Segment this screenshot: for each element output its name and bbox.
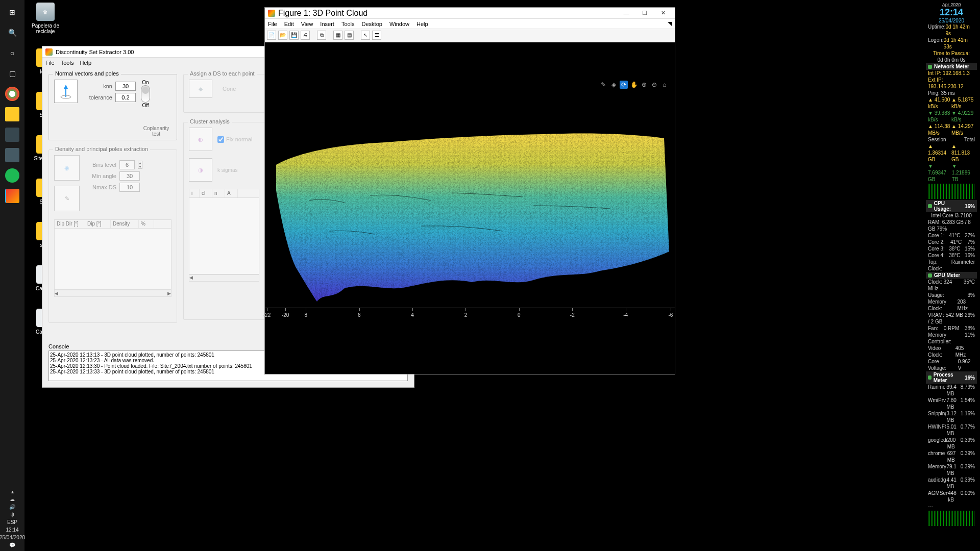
datatip-icon[interactable]: ◈ bbox=[609, 81, 618, 89]
x-axis: -22-2086420-2-4-6 bbox=[265, 308, 675, 323]
grid-icon[interactable]: ▤ bbox=[345, 31, 354, 40]
process-row: googledrivesy200 MB0.39% bbox=[926, 437, 977, 450]
density-table-header: Dip Dir [°] Dip [°] Density % bbox=[54, 219, 172, 229]
maximize-button[interactable]: ☐ bbox=[636, 9, 653, 18]
save-icon[interactable]: 💾 bbox=[289, 31, 299, 40]
tray-arrow-icon[interactable]: ▴ bbox=[11, 489, 14, 494]
cluster-table-body[interactable] bbox=[189, 198, 259, 274]
bins-up[interactable]: ▲ bbox=[138, 161, 142, 165]
figure-toolbar: 📄 📂 💾 🖨 ⧉ ▦ ▤ ↖ ☰ bbox=[265, 29, 675, 41]
zoomout-icon[interactable]: ⊖ bbox=[650, 81, 658, 89]
desktop-icons: 🗑 Papelera de reciclaje bbox=[28, 3, 63, 34]
tray-time[interactable]: 12:14 bbox=[6, 527, 18, 533]
menu-file[interactable]: File bbox=[45, 60, 55, 66]
scroll-left-icon[interactable]: ◀ bbox=[55, 291, 58, 296]
explorer-icon[interactable] bbox=[5, 107, 19, 121]
matlab-icon bbox=[45, 48, 53, 56]
chrome-icon[interactable] bbox=[5, 87, 19, 101]
density-group: Density and principal poles extraction ◉… bbox=[48, 149, 177, 323]
compute-normals-button[interactable] bbox=[54, 80, 78, 103]
net-graph bbox=[928, 184, 975, 199]
svg-marker-1 bbox=[64, 85, 68, 89]
assign-group: Assign a DS to each point ◆ Cone bbox=[183, 74, 265, 113]
process-row: WmiPrvSE7.80 MB1.54% bbox=[926, 397, 977, 410]
print-icon[interactable]: 🖨 bbox=[301, 31, 310, 40]
proc-icon bbox=[928, 375, 932, 380]
menu-file[interactable]: File bbox=[268, 21, 277, 27]
menu-edit[interactable]: Edit bbox=[284, 21, 294, 27]
net-icon bbox=[928, 65, 932, 69]
cluster-button-1[interactable]: ◐ bbox=[189, 128, 212, 151]
process-row: Rainmeter39.4 MB8.79% bbox=[926, 384, 977, 397]
coplanarity-toggle[interactable] bbox=[141, 85, 150, 103]
menu-insert[interactable]: Insert bbox=[320, 21, 334, 27]
density-table-body[interactable] bbox=[54, 229, 172, 290]
figure-titlebar[interactable]: Figure 1: 3D Point Cloud — ☐ ✕ bbox=[265, 8, 675, 19]
nmax-input[interactable] bbox=[119, 183, 140, 192]
assign-button[interactable]: ◆ bbox=[189, 80, 212, 98]
link-icon[interactable]: ⧉ bbox=[317, 31, 326, 40]
minangle-input[interactable] bbox=[119, 171, 140, 181]
layout-icon[interactable]: ▦ bbox=[333, 31, 342, 40]
clock-date: 25/04/2020 bbox=[926, 18, 977, 23]
cortana-icon[interactable]: ○ bbox=[5, 46, 19, 60]
bins-input[interactable] bbox=[119, 160, 135, 169]
menu-help[interactable]: Help bbox=[80, 60, 91, 66]
scroll-right-icon[interactable]: ▶ bbox=[167, 291, 171, 296]
cluster-button-2[interactable]: ◑ bbox=[189, 158, 212, 182]
density-button-1[interactable]: ◉ bbox=[54, 155, 80, 181]
brush-icon[interactable]: ✎ bbox=[599, 81, 607, 89]
pointer-icon[interactable]: ↖ bbox=[361, 31, 370, 40]
menu-help[interactable]: Help bbox=[416, 21, 428, 27]
spotify-icon[interactable] bbox=[5, 168, 19, 183]
tray-cloud-icon[interactable]: ☁ bbox=[10, 496, 15, 502]
menu-tools[interactable]: Tools bbox=[61, 60, 74, 66]
axis-tick-label: -20 bbox=[282, 312, 289, 318]
menu-window[interactable]: Window bbox=[389, 21, 409, 27]
taskview-icon[interactable]: ▢ bbox=[5, 66, 19, 81]
tray-usb-icon[interactable]: ψ bbox=[10, 512, 14, 517]
tray-notifications-icon[interactable]: 💬 bbox=[9, 542, 15, 548]
bins-down[interactable]: ▼ bbox=[138, 165, 142, 168]
fix-normal-checkbox[interactable] bbox=[217, 136, 224, 143]
search-icon[interactable]: 🔍 bbox=[5, 26, 19, 40]
tolerance-input[interactable] bbox=[115, 93, 136, 102]
zoomin-icon[interactable]: ⊕ bbox=[640, 81, 648, 89]
recycle-bin[interactable]: 🗑 Papelera de reciclaje bbox=[28, 3, 63, 34]
app-icon-2[interactable] bbox=[5, 148, 19, 162]
density-button-2[interactable]: ✎ bbox=[54, 186, 80, 211]
new-icon[interactable]: 📄 bbox=[267, 31, 276, 40]
open-icon[interactable]: 📂 bbox=[278, 31, 287, 40]
rotate-icon[interactable]: ⟳ bbox=[620, 81, 628, 89]
process-row: SnippingTool3.12 MB1.16% bbox=[926, 410, 977, 423]
cluster-group: Cluster analysis ◐ Fix normal ◑ k sigmas… bbox=[183, 122, 265, 320]
point-cloud bbox=[268, 98, 671, 303]
tray-volume-icon[interactable]: 🔊 bbox=[9, 504, 15, 510]
knn-input[interactable] bbox=[115, 82, 136, 91]
process-row: Memory Com...79.1 MB0.39% bbox=[926, 463, 977, 477]
tray-lang[interactable]: ESP bbox=[7, 519, 17, 525]
plot-area[interactable]: ✎ ◈ ⟳ ✋ ⊕ ⊖ ⌂ bbox=[265, 42, 675, 374]
figure-menubar: File Edit View Insert Tools Desktop Wind… bbox=[265, 19, 675, 29]
dock-icon[interactable]: ◥ bbox=[668, 20, 672, 27]
menu-desktop[interactable]: Desktop bbox=[362, 21, 382, 27]
matlab-icon[interactable] bbox=[5, 189, 19, 203]
figure-window: Figure 1: 3D Point Cloud — ☐ ✕ File Edit… bbox=[264, 7, 675, 374]
app-icon-1[interactable] bbox=[5, 128, 19, 142]
rainmeter-sidebar: Apr 2020 12:14 25/04/2020 Uptime:0d 1h 4… bbox=[926, 2, 977, 374]
minimize-button[interactable]: — bbox=[618, 9, 635, 18]
scroll-left-icon[interactable]: ◀ bbox=[189, 275, 193, 281]
axis-tick-label: 8 bbox=[305, 312, 308, 318]
props-icon[interactable]: ☰ bbox=[372, 31, 381, 40]
menu-tools[interactable]: Tools bbox=[341, 21, 355, 27]
tray-date: 25/04/2020 bbox=[0, 535, 25, 540]
calendar-header[interactable]: Apr 2020 bbox=[926, 2, 977, 7]
axis-tick-label: -4 bbox=[623, 312, 628, 318]
start-button[interactable]: ⊞ bbox=[5, 5, 19, 19]
close-button[interactable]: ✕ bbox=[654, 9, 672, 18]
home-icon[interactable]: ⌂ bbox=[660, 81, 669, 89]
menu-view[interactable]: View bbox=[301, 21, 313, 27]
pan-icon[interactable]: ✋ bbox=[630, 81, 638, 89]
dse-title: Discontinuity Set Extractor 3.00 bbox=[56, 49, 134, 55]
axis-tick-label: -2 bbox=[570, 312, 575, 318]
